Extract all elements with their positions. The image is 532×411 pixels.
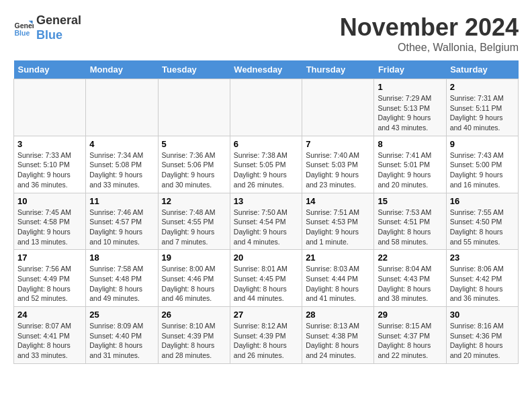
day-info: Sunrise: 7:53 AMSunset: 4:51 PMDaylight:…: [378, 208, 442, 247]
day-info: Sunrise: 8:06 AMSunset: 4:42 PMDaylight:…: [450, 264, 515, 304]
calendar-cell: 27Sunrise: 8:12 AMSunset: 4:39 PMDayligh…: [230, 307, 302, 364]
calendar-cell: [158, 79, 230, 136]
page-header: General Blue General Blue November 2024 …: [13, 13, 519, 54]
day-info: Sunrise: 8:10 AMSunset: 4:39 PMDaylight:…: [162, 321, 226, 361]
weekday-header-tuesday: Tuesday: [158, 60, 230, 79]
calendar-cell: 1Sunrise: 7:29 AMSunset: 5:13 PMDaylight…: [374, 79, 446, 136]
day-number: 16: [450, 196, 515, 206]
calendar-cell: 18Sunrise: 7:58 AMSunset: 4:48 PMDayligh…: [86, 250, 158, 307]
logo-general-text: General: [36, 13, 81, 28]
day-number: 20: [234, 253, 298, 263]
day-info: Sunrise: 7:43 AMSunset: 5:00 PMDaylight:…: [450, 150, 515, 190]
day-info: Sunrise: 8:03 AMSunset: 4:44 PMDaylight:…: [306, 264, 370, 304]
day-number: 23: [450, 253, 515, 263]
calendar-cell: 3Sunrise: 7:33 AMSunset: 5:10 PMDaylight…: [14, 136, 86, 193]
calendar-cell: 10Sunrise: 7:45 AMSunset: 4:58 PMDayligh…: [14, 193, 86, 250]
calendar-cell: 5Sunrise: 7:36 AMSunset: 5:06 PMDaylight…: [158, 136, 230, 193]
calendar-cell: 6Sunrise: 7:38 AMSunset: 5:05 PMDaylight…: [230, 136, 302, 193]
weekday-header-saturday: Saturday: [446, 60, 518, 79]
calendar-cell: 29Sunrise: 8:15 AMSunset: 4:37 PMDayligh…: [374, 307, 446, 364]
calendar-cell: 15Sunrise: 7:53 AMSunset: 4:51 PMDayligh…: [374, 193, 446, 250]
calendar-cell: 4Sunrise: 7:34 AMSunset: 5:08 PMDaylight…: [86, 136, 158, 193]
day-info: Sunrise: 7:56 AMSunset: 4:49 PMDaylight:…: [17, 264, 82, 304]
day-info: Sunrise: 8:12 AMSunset: 4:39 PMDaylight:…: [234, 321, 298, 361]
svg-text:Blue: Blue: [15, 28, 30, 36]
day-number: 19: [162, 253, 226, 263]
logo-icon: General Blue: [13, 18, 34, 38]
day-info: Sunrise: 7:55 AMSunset: 4:50 PMDaylight:…: [450, 208, 515, 247]
day-info: Sunrise: 7:51 AMSunset: 4:53 PMDaylight:…: [306, 208, 370, 247]
calendar-cell: 20Sunrise: 8:01 AMSunset: 4:45 PMDayligh…: [230, 250, 302, 307]
calendar-cell: 9Sunrise: 7:43 AMSunset: 5:00 PMDaylight…: [446, 136, 518, 193]
calendar-week-row: 17Sunrise: 7:56 AMSunset: 4:49 PMDayligh…: [14, 250, 519, 307]
calendar-cell: [86, 79, 158, 136]
day-info: Sunrise: 8:04 AMSunset: 4:43 PMDaylight:…: [378, 264, 442, 304]
calendar-cell: 13Sunrise: 7:50 AMSunset: 4:54 PMDayligh…: [230, 193, 302, 250]
day-info: Sunrise: 7:31 AMSunset: 5:11 PMDaylight:…: [450, 93, 515, 133]
calendar-table: SundayMondayTuesdayWednesdayThursdayFrid…: [13, 60, 519, 364]
day-info: Sunrise: 8:15 AMSunset: 4:37 PMDaylight:…: [378, 321, 442, 361]
day-info: Sunrise: 7:48 AMSunset: 4:55 PMDaylight:…: [162, 208, 226, 247]
day-number: 17: [17, 253, 82, 263]
day-number: 29: [378, 310, 442, 320]
calendar-cell: 30Sunrise: 8:16 AMSunset: 4:36 PMDayligh…: [446, 307, 518, 364]
logo: General Blue General Blue: [13, 13, 81, 42]
day-info: Sunrise: 7:29 AMSunset: 5:13 PMDaylight:…: [378, 93, 442, 133]
calendar-cell: [302, 79, 374, 136]
day-number: 27: [234, 310, 298, 320]
calendar-cell: 2Sunrise: 7:31 AMSunset: 5:11 PMDaylight…: [446, 79, 518, 136]
calendar-cell: 25Sunrise: 8:09 AMSunset: 4:40 PMDayligh…: [86, 307, 158, 364]
day-number: 5: [162, 139, 226, 149]
calendar-cell: 22Sunrise: 8:04 AMSunset: 4:43 PMDayligh…: [374, 250, 446, 307]
day-number: 26: [162, 310, 226, 320]
calendar-cell: [14, 79, 86, 136]
calendar-week-row: 24Sunrise: 8:07 AMSunset: 4:41 PMDayligh…: [14, 307, 519, 364]
day-info: Sunrise: 7:50 AMSunset: 4:54 PMDaylight:…: [234, 208, 298, 247]
calendar-week-row: 3Sunrise: 7:33 AMSunset: 5:10 PMDaylight…: [14, 136, 519, 193]
day-number: 8: [378, 139, 442, 149]
weekday-header-sunday: Sunday: [14, 60, 86, 79]
day-number: 13: [234, 196, 298, 206]
calendar-cell: [230, 79, 302, 136]
day-number: 12: [162, 196, 226, 206]
calendar-cell: 16Sunrise: 7:55 AMSunset: 4:50 PMDayligh…: [446, 193, 518, 250]
month-title: November 2024: [340, 13, 519, 42]
day-number: 11: [89, 196, 154, 206]
day-number: 25: [89, 310, 154, 320]
day-number: 28: [306, 310, 370, 320]
day-info: Sunrise: 8:07 AMSunset: 4:41 PMDaylight:…: [17, 321, 82, 361]
calendar-week-row: 1Sunrise: 7:29 AMSunset: 5:13 PMDaylight…: [14, 79, 519, 136]
day-number: 24: [17, 310, 82, 320]
calendar-cell: 17Sunrise: 7:56 AMSunset: 4:49 PMDayligh…: [14, 250, 86, 307]
day-number: 15: [378, 196, 442, 206]
weekday-header-row: SundayMondayTuesdayWednesdayThursdayFrid…: [14, 60, 519, 79]
day-number: 22: [378, 253, 442, 263]
calendar-cell: 14Sunrise: 7:51 AMSunset: 4:53 PMDayligh…: [302, 193, 374, 250]
calendar-cell: 12Sunrise: 7:48 AMSunset: 4:55 PMDayligh…: [158, 193, 230, 250]
day-number: 1: [378, 82, 442, 92]
day-number: 9: [450, 139, 515, 149]
weekday-header-friday: Friday: [374, 60, 446, 79]
day-info: Sunrise: 8:13 AMSunset: 4:38 PMDaylight:…: [306, 321, 370, 361]
day-number: 6: [234, 139, 298, 149]
day-number: 2: [450, 82, 515, 92]
calendar-cell: 8Sunrise: 7:41 AMSunset: 5:01 PMDaylight…: [374, 136, 446, 193]
calendar-cell: 26Sunrise: 8:10 AMSunset: 4:39 PMDayligh…: [158, 307, 230, 364]
calendar-cell: 24Sunrise: 8:07 AMSunset: 4:41 PMDayligh…: [14, 307, 86, 364]
day-number: 4: [89, 139, 154, 149]
day-info: Sunrise: 7:34 AMSunset: 5:08 PMDaylight:…: [89, 150, 154, 190]
title-section: November 2024 Othee, Wallonia, Belgium: [340, 13, 519, 54]
location-subtitle: Othee, Wallonia, Belgium: [340, 42, 519, 54]
calendar-cell: 11Sunrise: 7:46 AMSunset: 4:57 PMDayligh…: [86, 193, 158, 250]
day-info: Sunrise: 8:00 AMSunset: 4:46 PMDaylight:…: [162, 264, 226, 304]
calendar-week-row: 10Sunrise: 7:45 AMSunset: 4:58 PMDayligh…: [14, 193, 519, 250]
day-info: Sunrise: 7:36 AMSunset: 5:06 PMDaylight:…: [162, 150, 226, 190]
day-info: Sunrise: 7:58 AMSunset: 4:48 PMDaylight:…: [89, 264, 154, 304]
calendar-cell: 7Sunrise: 7:40 AMSunset: 5:03 PMDaylight…: [302, 136, 374, 193]
day-info: Sunrise: 7:33 AMSunset: 5:10 PMDaylight:…: [17, 150, 82, 190]
weekday-header-wednesday: Wednesday: [230, 60, 302, 79]
day-info: Sunrise: 8:16 AMSunset: 4:36 PMDaylight:…: [450, 321, 515, 361]
calendar-cell: 21Sunrise: 8:03 AMSunset: 4:44 PMDayligh…: [302, 250, 374, 307]
day-info: Sunrise: 7:46 AMSunset: 4:57 PMDaylight:…: [89, 208, 154, 247]
day-info: Sunrise: 8:01 AMSunset: 4:45 PMDaylight:…: [234, 264, 298, 304]
